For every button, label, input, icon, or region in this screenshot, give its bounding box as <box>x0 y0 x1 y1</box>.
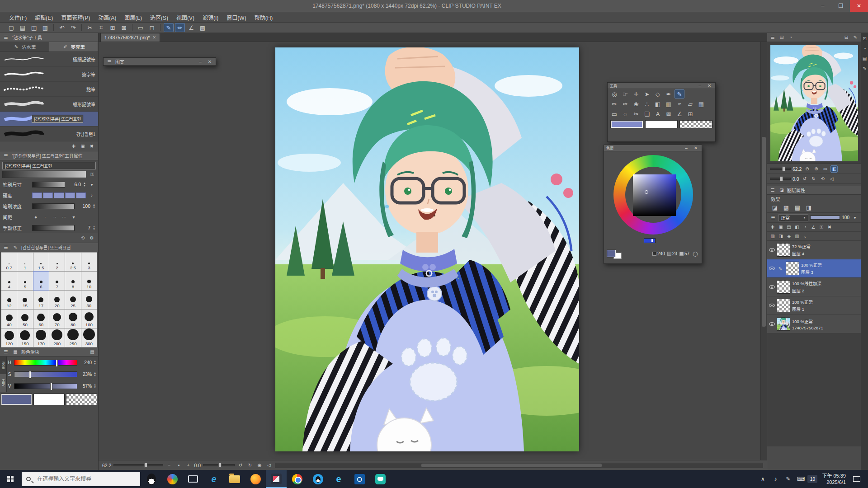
add-subtool-icon[interactable]: ✚ <box>70 143 77 150</box>
value-spinner[interactable]: ▲▼ <box>94 383 96 389</box>
dock-history-icon[interactable]: ◔ <box>861 45 868 52</box>
layer-visibility-icon[interactable] <box>769 285 775 289</box>
zoom-fit-icon[interactable]: ▪ <box>175 462 182 469</box>
brush-list-item[interactable]: 極細記號筆 <box>0 52 98 67</box>
size-cell[interactable]: 100 <box>81 310 97 328</box>
sub-color-swatch[interactable] <box>645 120 678 128</box>
show-all-settings-icon[interactable]: ⚙ <box>88 235 95 242</box>
panel-menu-icon[interactable]: ☰ <box>2 244 9 251</box>
pastel-tool-icon[interactable]: ✑ <box>620 99 630 108</box>
zoom-out-icon[interactable]: − <box>165 462 173 469</box>
size-cell-selected[interactable]: 6 <box>33 272 49 290</box>
zoom-slider[interactable] <box>113 464 163 466</box>
hue-spinner[interactable]: ▲▼ <box>94 360 96 365</box>
new-folder-icon[interactable]: ▣ <box>777 224 784 231</box>
open-file-icon[interactable]: ▤ <box>18 23 28 32</box>
panel-menu-icon[interactable]: ☰ <box>2 348 9 356</box>
new-paper-icon[interactable]: ▤ <box>785 224 793 231</box>
pen-tool-icon[interactable]: ✎ <box>675 89 684 99</box>
size-cell[interactable]: 70 <box>49 310 65 328</box>
border-effect-icon[interactable]: ◪ <box>770 203 780 212</box>
minimized-floating-panel[interactable]: ☰ 图案 – ✕ <box>103 57 216 66</box>
brush-list-item[interactable]: 點筆 <box>0 82 98 97</box>
taskbar-search[interactable] <box>22 472 140 486</box>
post-correction-toggle-icon[interactable]: ✏ <box>175 23 185 32</box>
document-tab-close-icon[interactable]: ✕ <box>152 35 156 40</box>
save-icon[interactable]: ◫ <box>29 23 39 32</box>
taskbar-app-internet-explorer[interactable]: e <box>328 470 349 488</box>
size-cell[interactable]: 300 <box>81 328 97 347</box>
redo-icon[interactable]: ↷ <box>68 23 78 32</box>
spacing-medium-icon[interactable]: ·· <box>51 213 58 221</box>
saturation-value-square[interactable] <box>633 174 676 216</box>
opacity-slider[interactable] <box>810 216 840 220</box>
brush-list-item[interactable]: 蠟形記號筆 <box>0 97 98 112</box>
navigator-preview[interactable] <box>767 42 861 164</box>
subview-tab-icon[interactable]: ◔ <box>787 34 794 41</box>
saturation-slider[interactable] <box>14 371 77 377</box>
selection-tool-icon[interactable]: ▭ <box>609 109 619 118</box>
blend-mode-dropdown[interactable]: 正常 ▼ <box>778 214 808 221</box>
new-document-icon[interactable]: ▢ <box>6 23 16 32</box>
layer-visibility-icon[interactable] <box>769 248 775 252</box>
nav-rotate-left-icon[interactable]: ↺ <box>801 175 808 183</box>
layer-row[interactable]: 100 %线性加深 图层 2 <box>767 278 861 296</box>
lasso-tool-icon[interactable]: ◌ <box>620 109 630 118</box>
size-cell[interactable]: 200 <box>49 328 65 347</box>
value-slider[interactable] <box>14 383 77 389</box>
size-cell[interactable]: 7 <box>49 272 65 290</box>
horizontal-scrollbar-thumb[interactable] <box>421 464 602 467</box>
size-dynamics-icon[interactable]: ▾ <box>88 181 95 188</box>
fill-tool-icon[interactable]: ◧ <box>653 99 663 108</box>
main-color-swatch[interactable] <box>610 120 643 128</box>
snap-to-ruler-icon[interactable]: ⊞ <box>108 23 118 32</box>
saturation-spinner[interactable]: ▲▼ <box>94 371 96 377</box>
rotate-left-icon[interactable]: ↺ <box>237 462 244 469</box>
size-cell[interactable]: 40 <box>1 310 17 328</box>
move-tool-icon[interactable]: ✛ <box>631 89 641 99</box>
touch-keyboard-icon[interactable]: ⌨ <box>795 470 807 488</box>
start-button[interactable] <box>0 470 21 488</box>
quick-access-icon[interactable]: ✎ <box>852 34 859 41</box>
layer-thumbnail[interactable] <box>777 243 790 257</box>
flip-view-icon[interactable]: ◁ <box>265 462 273 469</box>
layer-property-tab-label[interactable]: 图层属性 <box>787 187 805 193</box>
vertical-scrollbar-thumb[interactable] <box>762 137 766 327</box>
vertical-scrollbar[interactable] <box>760 42 767 460</box>
layer-row-selected[interactable]: ✎ 100 %正常 图层 3 <box>767 259 861 278</box>
size-cell[interactable]: 80 <box>65 310 80 328</box>
taskbar-clock[interactable]: 下午 05:39 2025/6/1 <box>818 473 849 485</box>
balloon-tool-icon[interactable]: ✉ <box>664 109 674 118</box>
nav-zoom-in-icon[interactable]: ⊕ <box>812 165 820 173</box>
opacity-dropdown-icon[interactable]: ▾ <box>851 214 859 221</box>
size-cell[interactable]: 250 <box>65 328 80 347</box>
size-cell[interactable]: 150 <box>17 328 33 347</box>
size-cell[interactable]: 0.7 <box>1 253 17 271</box>
navigator-zoom-slider[interactable] <box>770 168 791 170</box>
size-cell[interactable]: 17 <box>33 291 49 309</box>
close-panel-icon[interactable]: ✕ <box>692 145 699 152</box>
maximize-button[interactable]: ❐ <box>832 0 850 12</box>
search-input[interactable] <box>22 476 140 482</box>
ruler-icon[interactable]: ∠ <box>186 23 196 32</box>
merge-down-icon[interactable]: ⌄ <box>802 233 809 240</box>
taskbar-app-file-explorer[interactable] <box>224 470 245 488</box>
minimize-panel-icon[interactable]: – <box>696 82 703 89</box>
layer-name[interactable]: 图层 3 <box>801 269 822 275</box>
navigator-tab-icon[interactable]: ▤ <box>778 34 785 41</box>
duplicate-subtool-icon[interactable]: ▣ <box>79 143 86 150</box>
brush-list-item[interactable]: 簽字筆 <box>0 67 98 82</box>
taskbar-app-teams[interactable] <box>370 470 391 488</box>
panel-menu-icon[interactable]: ☰ <box>2 152 9 160</box>
menu-file[interactable]: 文件(F) <box>5 13 30 22</box>
nav-reset-rotation-icon[interactable]: ⟲ <box>819 175 826 183</box>
reset-settings-icon[interactable]: ⟲ <box>79 235 86 242</box>
tab-marker[interactable]: ✐ 麥克筆 <box>49 42 99 52</box>
main-color-swatch[interactable] <box>1 394 32 405</box>
layer-thumbnail[interactable] <box>786 262 799 275</box>
close-panel-icon[interactable]: ✕ <box>706 82 713 89</box>
size-cell[interactable]: 50 <box>17 310 33 328</box>
layer-thumbnail[interactable] <box>777 299 790 312</box>
density-spinner[interactable]: ▲▼ <box>93 203 95 209</box>
menu-selection[interactable]: 选区(S) <box>146 13 172 22</box>
